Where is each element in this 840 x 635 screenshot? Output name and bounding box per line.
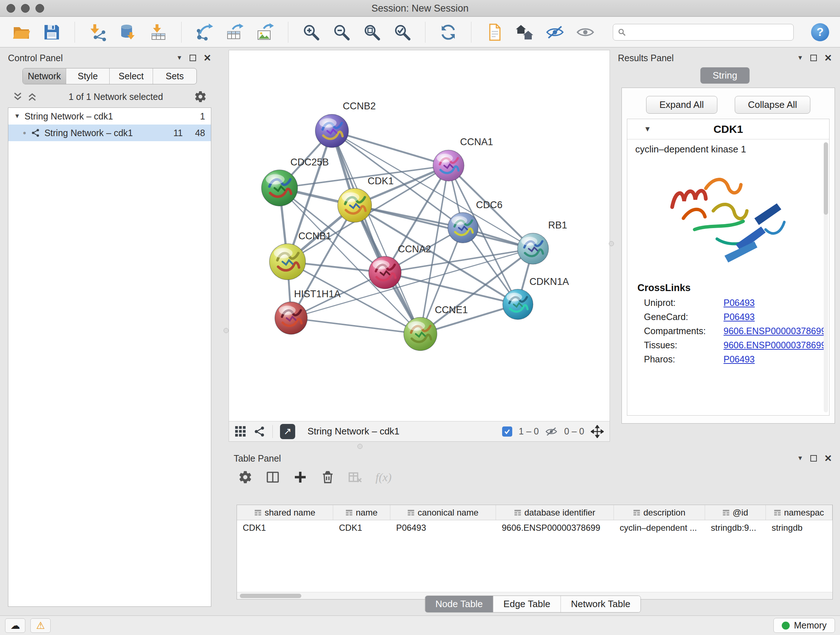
close-window-button[interactable]	[6, 4, 15, 13]
left-splitter-handle[interactable]	[224, 328, 229, 333]
network-node-CDK1[interactable]	[338, 188, 371, 222]
import-table-button[interactable]	[148, 22, 169, 43]
network-collection-row[interactable]: ▼ String Network – cdk1 1	[8, 108, 211, 125]
cell-id[interactable]: stringdb:9...	[705, 520, 766, 535]
panel-float-button[interactable]	[810, 455, 817, 462]
column-header-id[interactable]: @id	[705, 505, 766, 520]
network-edge-CDK1-RB1[interactable]	[355, 205, 533, 249]
zoom-out-button[interactable]	[331, 22, 352, 43]
add-column-plus-icon[interactable]	[293, 470, 308, 485]
network-node-CCNE1[interactable]	[404, 318, 437, 351]
search-field[interactable]	[613, 24, 794, 41]
crosslink-compartments-link[interactable]: 9606.ENSP00000378699	[723, 326, 826, 336]
network-node-CCNA2[interactable]	[369, 256, 401, 289]
show-all-button[interactable]	[575, 22, 596, 43]
panel-close-button[interactable]: ✕	[824, 53, 832, 63]
network-node-CCNB1[interactable]	[270, 244, 306, 280]
panel-close-button[interactable]: ✕	[824, 454, 832, 463]
tab-edge-table[interactable]: Edge Table	[493, 596, 561, 612]
network-node-CDC6[interactable]	[448, 212, 478, 243]
warnings-button[interactable]: ⚠	[30, 618, 51, 633]
save-session-button[interactable]	[41, 22, 62, 43]
maximize-window-button[interactable]	[35, 4, 44, 13]
network-node-CCNB2[interactable]	[316, 114, 349, 148]
crosslink-genecard-link[interactable]: P06493	[723, 312, 755, 322]
cell-shared-name[interactable]: CDK1	[237, 520, 333, 535]
tab-select[interactable]: Select	[110, 68, 153, 84]
cell-namespace[interactable]: stringdb	[766, 520, 832, 535]
crosslink-pharos-link[interactable]: P06493	[723, 354, 755, 364]
tab-style[interactable]: Style	[66, 68, 110, 84]
tree-expander-icon[interactable]: ▼	[14, 112, 20, 120]
network-node-CDC25B[interactable]	[262, 170, 298, 206]
network-edge-CCNB2-CCNA1[interactable]	[332, 131, 448, 166]
cell-name[interactable]: CDK1	[333, 520, 390, 535]
open-session-button[interactable]	[11, 22, 32, 43]
network-node-CCNA1[interactable]	[433, 150, 464, 181]
zoom-in-button[interactable]	[301, 22, 322, 43]
show-columns-icon[interactable]	[265, 470, 280, 485]
birds-eye-toggle-button[interactable]: ↗	[280, 424, 295, 439]
panel-collapse-icon[interactable]: ▼	[797, 455, 803, 462]
zoom-fit-button[interactable]	[362, 22, 382, 43]
delete-trash-icon[interactable]	[321, 470, 335, 485]
export-table-button[interactable]	[224, 22, 245, 43]
grid-view-icon[interactable]	[235, 426, 246, 437]
expand-all-icon[interactable]	[12, 91, 23, 102]
network-edge-CCNB2-CCNE1[interactable]	[332, 131, 420, 334]
export-image-button[interactable]	[255, 22, 276, 43]
selected-checkbox-icon[interactable]	[502, 426, 512, 437]
cell-canonical-name[interactable]: P06493	[390, 520, 496, 535]
column-header-name[interactable]: name	[333, 505, 390, 520]
hide-selected-button[interactable]	[545, 22, 565, 43]
crosslink-tissues-link[interactable]: 9606.ENSP00000378699	[723, 340, 826, 350]
network-row[interactable]: ● String Network – cdk1 11 48	[8, 125, 211, 141]
tab-sets[interactable]: Sets	[153, 68, 196, 84]
network-canvas[interactable]: CCNB2CCNA1CDC25BCDK1CDC6RB1CCNB1CCNA2CDK…	[229, 50, 609, 421]
scrollbar-thumb[interactable]	[240, 594, 302, 598]
network-overview-icon[interactable]	[254, 426, 265, 437]
column-header-database-identifier[interactable]: database identifier	[496, 505, 614, 520]
gear-icon[interactable]	[194, 90, 207, 103]
home-view-button[interactable]	[514, 22, 535, 43]
annotation-document-button[interactable]	[484, 22, 505, 43]
table-row[interactable]: CDK1 CDK1 P06493 9606.ENSP00000378699 cy…	[237, 520, 832, 535]
results-scrollbar[interactable]	[824, 142, 828, 412]
panel-float-button[interactable]	[810, 55, 817, 61]
crosslink-uniprot-link[interactable]: P06493	[723, 298, 755, 308]
network-edge-CCNE1-HIST1H1A[interactable]	[291, 318, 420, 334]
panel-collapse-icon[interactable]: ▼	[797, 54, 803, 62]
tab-node-table[interactable]: Node Table	[425, 596, 493, 612]
cell-description[interactable]: cyclin–dependent ...	[614, 520, 705, 535]
tab-network[interactable]: Network	[23, 68, 66, 84]
tab-string[interactable]: String	[700, 67, 750, 84]
refresh-layout-button[interactable]	[438, 22, 459, 43]
collapse-all-icon[interactable]	[27, 91, 38, 102]
export-network-button[interactable]	[194, 22, 215, 43]
panel-close-button[interactable]: ✕	[203, 53, 211, 63]
panel-float-button[interactable]	[189, 55, 196, 61]
collapse-all-button[interactable]: Collapse All	[735, 96, 811, 114]
tab-network-table[interactable]: Network Table	[561, 596, 640, 612]
help-button[interactable]: ?	[811, 23, 829, 41]
pan-tool-icon[interactable]	[591, 425, 604, 438]
import-network-from-database-button[interactable]	[118, 22, 139, 43]
column-header-canonical-name[interactable]: canonical name	[390, 505, 496, 520]
column-header-description[interactable]: description	[614, 505, 705, 520]
minimize-window-button[interactable]	[21, 4, 30, 13]
memory-button[interactable]: Memory	[774, 618, 835, 633]
column-header-shared-name[interactable]: shared name	[237, 505, 333, 520]
search-input[interactable]	[630, 27, 789, 37]
panel-collapse-icon[interactable]: ▼	[176, 54, 182, 62]
import-network-button[interactable]	[87, 22, 108, 43]
zoom-selected-button[interactable]	[392, 22, 413, 43]
expand-all-button[interactable]: Expand All	[646, 96, 717, 114]
table-settings-gear-icon[interactable]	[238, 470, 253, 485]
section-expander-icon[interactable]: ▼	[644, 125, 651, 133]
bottom-splitter-handle[interactable]	[357, 444, 363, 449]
network-node-HIST1H1A[interactable]	[275, 302, 308, 334]
network-node-CDKN1A[interactable]	[503, 289, 533, 320]
hidden-eye-slash-icon[interactable]	[545, 425, 557, 438]
column-header-namespace[interactable]: namespac	[766, 505, 832, 520]
network-node-RB1[interactable]	[517, 233, 548, 264]
